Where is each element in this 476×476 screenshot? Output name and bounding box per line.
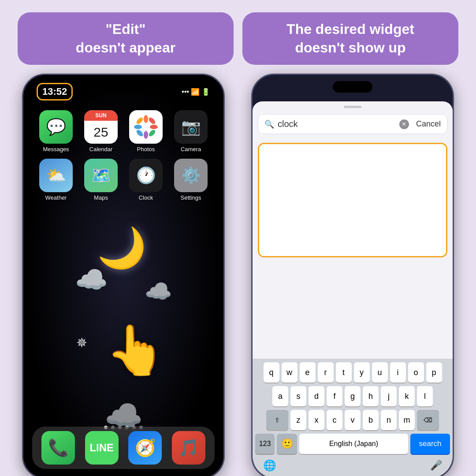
svg-point-0 bbox=[142, 123, 149, 130]
keyboard-row-3: ⇧ z x c v b n m ⌫ bbox=[254, 410, 451, 430]
keyboard-bottom-row: 123 🙂 English (Japan) search bbox=[254, 434, 451, 454]
moon-decoration: 🌙 ☁️ ☁️ bbox=[79, 225, 167, 304]
microphone-icon[interactable]: 🎤 bbox=[430, 460, 442, 471]
calendar-header: SUN bbox=[84, 110, 118, 121]
key-a[interactable]: a bbox=[272, 386, 288, 406]
settings-icon: ⚙️ bbox=[174, 159, 208, 192]
keyboard-row-2: a s d f g h j k l bbox=[254, 386, 451, 406]
key-y[interactable]: y bbox=[354, 362, 370, 383]
dock-line-icon[interactable]: LINE bbox=[85, 431, 119, 465]
cancel-button[interactable]: Cancel bbox=[416, 119, 441, 129]
settings-label: Settings bbox=[181, 194, 201, 201]
svg-point-6 bbox=[148, 129, 156, 138]
maps-icon: 🗺️ bbox=[84, 159, 118, 192]
svg-point-4 bbox=[150, 125, 158, 129]
app-dock: 📞 LINE 🧭 🎵 bbox=[32, 427, 215, 469]
right-phone: 🔍 clock ✕ Cancel q w e r t y bbox=[251, 74, 454, 476]
key-j[interactable]: j bbox=[381, 386, 397, 406]
keyboard-system-row: 🌐 🎤 bbox=[254, 457, 451, 476]
key-m[interactable]: m bbox=[399, 410, 415, 430]
top-labels-container: "Edit"doesn't appear The desired widgetd… bbox=[0, 0, 476, 74]
key-n[interactable]: n bbox=[381, 410, 397, 430]
app-clock[interactable]: 🕐 Clock bbox=[126, 159, 165, 201]
app-settings[interactable]: ⚙️ Settings bbox=[171, 159, 210, 201]
sheet-handle bbox=[344, 106, 361, 108]
key-s[interactable]: s bbox=[290, 386, 306, 406]
search-magnifier-icon: 🔍 bbox=[264, 119, 274, 129]
photos-label: Photos bbox=[137, 146, 155, 152]
status-bar: 13:52 ▪▪▪ 📶 🔋 bbox=[37, 83, 210, 100]
cloud-left-icon: ☁️ bbox=[75, 264, 108, 295]
dock-phone-icon[interactable]: 📞 bbox=[41, 431, 75, 465]
weather-icon: ⛅ bbox=[39, 159, 73, 192]
keyboard-row-1: q w e r t y u i o p bbox=[254, 362, 451, 383]
app-maps[interactable]: 🗺️ Maps bbox=[82, 159, 120, 201]
calendar-date: 25 bbox=[84, 121, 118, 144]
key-r[interactable]: r bbox=[318, 362, 334, 383]
widget-search-bar[interactable]: 🔍 clock ✕ Cancel bbox=[258, 114, 447, 134]
key-c[interactable]: c bbox=[327, 410, 342, 430]
key-b[interactable]: b bbox=[363, 410, 379, 430]
app-camera[interactable]: 📷 Camera bbox=[171, 110, 210, 152]
search-key[interactable]: search bbox=[410, 434, 450, 454]
globe-icon[interactable]: 🌐 bbox=[263, 459, 276, 472]
left-phone: 13:52 ▪▪▪ 📶 🔋 💬 Messages SUN bbox=[22, 74, 225, 476]
svg-point-2 bbox=[144, 131, 148, 139]
photos-icon bbox=[129, 110, 163, 144]
app-weather[interactable]: ⛅ Weather bbox=[37, 159, 75, 201]
empty-results-area bbox=[258, 143, 447, 257]
phones-area: 13:52 ▪▪▪ 📶 🔋 💬 Messages SUN bbox=[0, 74, 476, 476]
space-key[interactable]: English (Japan) bbox=[299, 434, 408, 454]
right-label-text: The desired widgetdoesn't show up bbox=[258, 20, 443, 57]
keyboard: q w e r t y u i o p a s bbox=[253, 359, 453, 476]
dock-music-icon[interactable]: 🎵 bbox=[172, 431, 205, 465]
key-d[interactable]: d bbox=[309, 386, 324, 406]
clear-search-button[interactable]: ✕ bbox=[399, 119, 409, 129]
key-z[interactable]: z bbox=[290, 410, 306, 430]
clock-label: Clock bbox=[139, 194, 153, 201]
app-calendar[interactable]: SUN 25 Calendar bbox=[82, 110, 120, 152]
key-k[interactable]: k bbox=[399, 386, 415, 406]
key-f[interactable]: f bbox=[327, 386, 342, 406]
svg-point-5 bbox=[135, 116, 144, 125]
camera-icon: 📷 bbox=[174, 110, 208, 144]
delete-key[interactable]: ⌫ bbox=[417, 410, 439, 430]
key-h[interactable]: h bbox=[363, 386, 379, 406]
search-query-text[interactable]: clock bbox=[278, 119, 396, 129]
shift-key[interactable]: ⇧ bbox=[266, 410, 288, 430]
num-key[interactable]: 123 bbox=[255, 434, 275, 454]
key-e[interactable]: e bbox=[300, 362, 316, 383]
right-dynamic-island bbox=[333, 81, 372, 93]
key-g[interactable]: g bbox=[345, 386, 361, 406]
key-q[interactable]: q bbox=[264, 362, 279, 383]
cloud-right-icon: ☁️ bbox=[145, 279, 172, 304]
calendar-icon: SUN 25 bbox=[84, 110, 118, 144]
key-w[interactable]: w bbox=[282, 362, 298, 383]
app-grid: 💬 Messages SUN 25 Calendar bbox=[32, 110, 215, 201]
maps-label: Maps bbox=[94, 194, 108, 201]
left-label-bubble: "Edit"doesn't appear bbox=[18, 12, 234, 65]
left-label-text: "Edit"doesn't appear bbox=[33, 20, 218, 57]
right-phone-screen: 🔍 clock ✕ Cancel q w e r t y bbox=[253, 75, 453, 476]
key-u[interactable]: u bbox=[372, 362, 388, 383]
right-label-bubble: The desired widgetdoesn't show up bbox=[242, 12, 458, 65]
click-lines: ✵ bbox=[76, 335, 87, 350]
app-messages[interactable]: 💬 Messages bbox=[37, 110, 75, 152]
left-phone-screen: 13:52 ▪▪▪ 📶 🔋 💬 Messages SUN bbox=[23, 75, 223, 476]
key-l[interactable]: l bbox=[417, 386, 433, 406]
key-i[interactable]: i bbox=[390, 362, 406, 383]
emoji-key[interactable]: 🙂 bbox=[277, 434, 297, 454]
calendar-label: Calendar bbox=[89, 146, 113, 152]
camera-label: Camera bbox=[181, 146, 201, 152]
clock-icon: 🕐 bbox=[129, 159, 163, 192]
app-photos[interactable]: Photos bbox=[126, 110, 165, 152]
battery-icon: 🔋 bbox=[201, 88, 210, 96]
key-o[interactable]: o bbox=[408, 362, 424, 383]
wifi-icon: 📶 bbox=[191, 88, 200, 96]
key-t[interactable]: t bbox=[336, 362, 352, 383]
key-x[interactable]: x bbox=[309, 410, 324, 430]
key-v[interactable]: v bbox=[345, 410, 361, 430]
key-p[interactable]: p bbox=[426, 362, 442, 383]
dock-safari-icon[interactable]: 🧭 bbox=[128, 431, 162, 465]
svg-point-1 bbox=[144, 115, 148, 123]
